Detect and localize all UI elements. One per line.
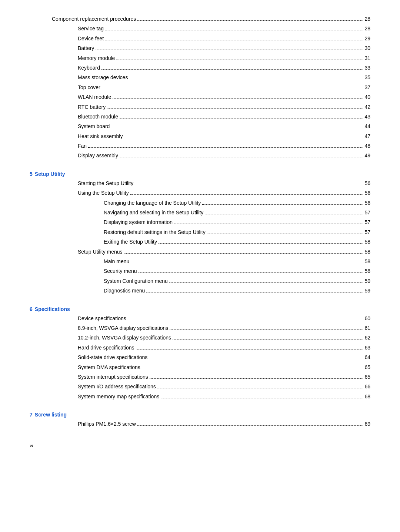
page-number: 59 xyxy=(364,287,370,295)
toc-entry-service-tag: Service tag 28 xyxy=(30,24,370,33)
dots xyxy=(105,30,363,30)
entry-label: Memory module xyxy=(78,54,115,62)
entry-label: System DMA specifications xyxy=(78,363,140,371)
entry-label: Starting the Setup Utility xyxy=(78,179,133,187)
page-number: 65 xyxy=(364,373,370,381)
dots xyxy=(169,282,363,283)
entry-label: System interrupt specifications xyxy=(78,373,148,381)
toc-entry-top-cover: Top cover 37 xyxy=(30,83,370,91)
toc-entry-displaying-info: Displaying system information 57 xyxy=(30,218,370,226)
chapter6-title: Specifications xyxy=(35,306,70,312)
toc-entry-main-menu: Main menu 58 xyxy=(30,257,370,265)
toc-page: Component replacement procedures 28 Serv… xyxy=(30,15,370,448)
toc-entry-ssd-specs: Solid-state drive specifications 64 xyxy=(30,353,370,361)
entry-label: RTC battery xyxy=(78,103,106,111)
entry-label: System Configuration menu xyxy=(104,277,168,285)
entry-label: Changing the language of the Setup Utili… xyxy=(104,199,201,207)
dots xyxy=(137,425,363,426)
toc-entry-memory-module: Memory module 31 xyxy=(30,54,370,62)
component-replacement-group: Component replacement procedures 28 Serv… xyxy=(30,15,370,160)
entry-label: Mass storage devices xyxy=(78,73,128,81)
toc-entry-102-display: 10.2-inch, WSVGA display specifications … xyxy=(30,334,370,342)
entry-label: WLAN module xyxy=(78,93,111,101)
toc-entry-battery: Battery 30 xyxy=(30,44,370,52)
page-number: 33 xyxy=(364,64,370,72)
page-number: 63 xyxy=(364,344,370,352)
page-number: 68 xyxy=(364,392,370,401)
page-number: 64 xyxy=(364,353,370,361)
page-number: 69 xyxy=(364,420,370,428)
dots xyxy=(129,79,363,79)
page-number: 65 xyxy=(364,363,370,371)
dots xyxy=(207,234,363,234)
dots xyxy=(149,359,363,359)
toc-entry-component-replacement: Component replacement procedures 28 xyxy=(30,15,370,23)
dots xyxy=(159,243,363,244)
dots xyxy=(101,69,363,70)
toc-entry-changing-language: Changing the language of the Setup Utili… xyxy=(30,199,370,207)
page-footer: vi xyxy=(30,443,370,448)
dots xyxy=(124,138,363,138)
page-number: 37 xyxy=(364,83,370,91)
toc-entry-setup-menus: Setup Utility menus 58 xyxy=(30,248,370,256)
page-number: 58 xyxy=(364,257,370,265)
page-number: 48 xyxy=(364,142,370,150)
page-number: 58 xyxy=(364,267,370,275)
dots xyxy=(113,98,363,99)
dots xyxy=(96,50,363,50)
entry-label: Device feet xyxy=(78,34,104,43)
entry-label: Heat sink assembly xyxy=(78,132,123,140)
toc-entry-wlan: WLAN module 40 xyxy=(30,93,370,101)
dots xyxy=(102,89,363,89)
chapter5-group: 5 Setup Utility Starting the Setup Utili… xyxy=(30,171,370,295)
page-number: 28 xyxy=(364,15,370,23)
page-number: 57 xyxy=(364,228,370,236)
dots xyxy=(120,118,363,118)
dots xyxy=(136,349,363,349)
entry-label: System I/O address specifications xyxy=(78,382,156,391)
page-number: 30 xyxy=(364,44,370,52)
page-number: 66 xyxy=(364,382,370,391)
page-number: 56 xyxy=(364,189,370,197)
dots xyxy=(130,194,363,195)
toc-entry-phillips-screw: Phillips PM1.6×2.5 screw 69 xyxy=(30,420,370,428)
toc-entry-interrupt-specs: System interrupt specifications 65 xyxy=(30,373,370,381)
dots xyxy=(120,157,363,157)
page-number: 49 xyxy=(364,151,370,160)
entry-label: Top cover xyxy=(78,83,100,91)
page-number: 35 xyxy=(364,73,370,81)
toc-entry-restoring-defaults: Restoring default settings in the Setup … xyxy=(30,228,370,236)
entry-label: Main menu xyxy=(104,257,129,265)
toc-entry-exiting-setup: Exiting the Setup Utility 58 xyxy=(30,238,370,246)
entry-label: Restoring default settings in the Setup … xyxy=(104,228,206,236)
toc-entry-navigating: Navigating and selecting in the Setup Ut… xyxy=(30,208,370,217)
toc-entry-device-specs: Device specifications 60 xyxy=(30,314,370,322)
page-number: 31 xyxy=(364,54,370,62)
dots xyxy=(137,20,363,21)
dots xyxy=(88,147,363,148)
page-number: 47 xyxy=(364,132,370,140)
dots xyxy=(135,185,363,185)
page-number: 56 xyxy=(364,199,370,207)
chapter7-title: Screw listing xyxy=(35,412,67,418)
entry-label: Security menu xyxy=(104,267,137,275)
dots xyxy=(157,388,363,388)
chapter5-header: 5 Setup Utility xyxy=(30,171,370,177)
entry-label: 8.9-inch, WSVGA display specifications xyxy=(78,324,168,332)
page-number: 40 xyxy=(364,93,370,101)
page-footer-text: vi xyxy=(30,443,33,448)
page-number: 28 xyxy=(364,24,370,33)
dots xyxy=(170,329,363,330)
dots xyxy=(116,60,363,60)
entry-label: Battery xyxy=(78,44,94,52)
page-number: 42 xyxy=(364,103,370,111)
entry-label: Diagnostics menu xyxy=(104,287,145,295)
entry-label: Using the Setup Utility xyxy=(78,189,129,197)
entry-label: Setup Utility menus xyxy=(78,248,123,256)
page-number: 58 xyxy=(364,248,370,256)
chapter7-number: 7 xyxy=(30,412,33,418)
toc-entry-device-feet: Device feet 29 xyxy=(30,34,370,43)
toc-entry-system-config-menu: System Configuration menu 59 xyxy=(30,277,370,285)
dots xyxy=(173,339,363,339)
dots xyxy=(174,224,363,224)
